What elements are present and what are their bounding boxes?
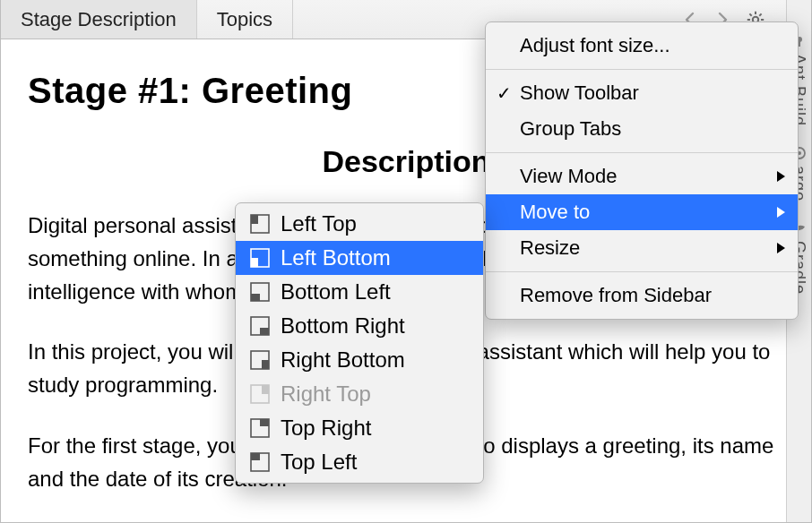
submenu-item-label: Right Bottom [281, 347, 405, 373]
submenu-item-label: Left Top [281, 211, 357, 236]
svg-rect-19 [251, 294, 260, 301]
menu-separator [486, 69, 798, 70]
tab-label: Topics [217, 8, 272, 31]
submenu-item-bottom-right[interactable]: Bottom Right [236, 309, 483, 343]
menu-item-show-toolbar[interactable]: ✓ Show Toolbar [486, 75, 798, 111]
submenu-item-label: Bottom Left [281, 279, 391, 304]
menu-item-view-mode[interactable]: View Mode [486, 159, 798, 194]
menu-item-label: Group Tabs [520, 117, 621, 141]
submenu-item-label: Left Bottom [281, 245, 391, 270]
menu-item-move-to[interactable]: Move to [486, 194, 798, 230]
submenu-item-top-left[interactable]: Top Left [236, 445, 483, 479]
submenu-item-bottom-left[interactable]: Bottom Left [236, 275, 483, 309]
submenu-item-label: Top Right [281, 416, 371, 441]
context-menu: Adjust font size... ✓ Show Toolbar Group… [485, 21, 799, 320]
tab-topics[interactable]: Topics [197, 0, 293, 39]
check-icon: ✓ [497, 82, 512, 104]
menu-item-resize[interactable]: Resize [486, 230, 798, 266]
submenu-item-label: Top Left [281, 450, 357, 475]
submenu-item-left-bottom[interactable]: Left Bottom [236, 241, 483, 275]
tool-window: Stage Description Topics Stage #1: Greet… [0, 0, 812, 523]
svg-rect-25 [262, 385, 269, 394]
svg-rect-21 [260, 328, 269, 335]
anchor-bottom-right-icon [250, 316, 270, 336]
submenu-move-to: Left Top Left Bottom Bottom Left Bottom … [235, 202, 484, 484]
svg-rect-27 [260, 419, 269, 426]
menu-item-label: Adjust font size... [520, 34, 670, 57]
menu-separator [486, 152, 798, 153]
menu-item-label: Remove from Sidebar [520, 284, 712, 307]
submenu-item-top-right[interactable]: Top Right [236, 411, 483, 445]
svg-rect-29 [251, 453, 260, 460]
anchor-left-top-icon [250, 214, 270, 234]
anchor-right-bottom-icon [250, 350, 270, 370]
svg-rect-15 [251, 215, 258, 224]
menu-separator [486, 271, 798, 272]
menu-item-remove-from-sidebar[interactable]: Remove from Sidebar [486, 278, 798, 313]
submenu-item-label: Bottom Right [281, 313, 405, 339]
submenu-item-right-bottom[interactable]: Right Bottom [236, 343, 483, 377]
svg-rect-17 [251, 258, 258, 267]
tab-stage-description[interactable]: Stage Description [1, 0, 197, 39]
menu-item-label: Show Toolbar [520, 81, 639, 105]
anchor-top-right-icon [250, 418, 270, 438]
svg-rect-23 [262, 360, 269, 369]
anchor-left-bottom-icon [250, 248, 270, 268]
menu-item-label: Move to [520, 201, 590, 224]
anchor-bottom-left-icon [250, 282, 270, 302]
anchor-top-left-icon [250, 452, 270, 472]
submenu-item-right-top: Right Top [236, 377, 483, 411]
menu-item-label: Resize [520, 236, 580, 260]
tab-label: Stage Description [21, 8, 177, 31]
submenu-item-label: Right Top [281, 382, 371, 407]
menu-item-adjust-font-size[interactable]: Adjust font size... [486, 28, 798, 64]
menu-item-label: View Mode [520, 165, 617, 188]
submenu-item-left-top[interactable]: Left Top [236, 207, 483, 241]
svg-line-5 [749, 13, 751, 15]
menu-item-group-tabs[interactable]: Group Tabs [486, 111, 798, 147]
svg-line-8 [759, 13, 761, 15]
anchor-right-top-icon [250, 384, 270, 404]
